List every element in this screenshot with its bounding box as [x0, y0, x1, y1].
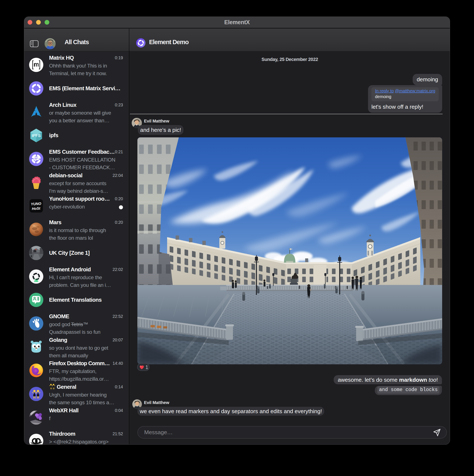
svg-text:YUNO: YUNO	[31, 202, 41, 206]
svg-text:HoSt: HoSt	[32, 206, 41, 211]
svg-text:IPFS: IPFS	[32, 133, 41, 138]
